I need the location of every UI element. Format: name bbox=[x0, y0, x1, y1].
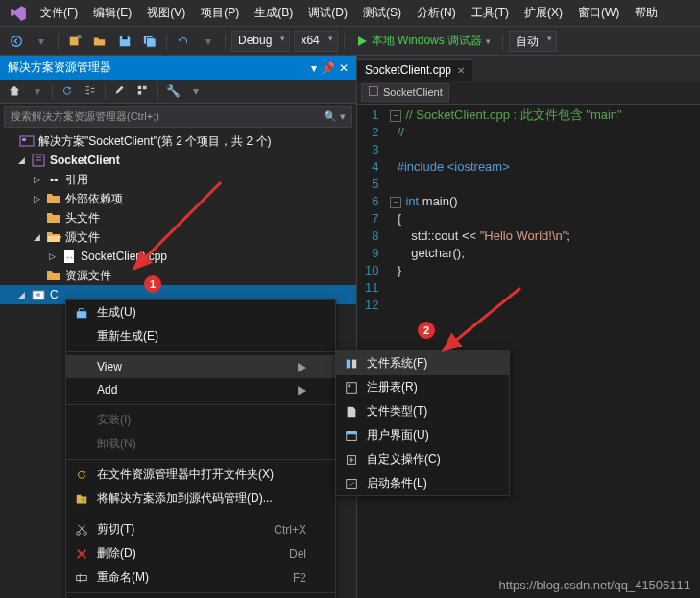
source-file-node[interactable]: ▷ ++ SocketClient.cpp bbox=[0, 247, 356, 266]
ctx-item[interactable]: 重新生成(E) bbox=[66, 324, 335, 348]
references-node[interactable]: ▷ ▪▪ 引用 bbox=[0, 170, 356, 189]
expander-icon[interactable]: ▷ bbox=[31, 175, 42, 184]
expander-icon[interactable]: ◢ bbox=[15, 290, 27, 299]
blank-icon bbox=[72, 437, 91, 452]
panel-dropdown-icon[interactable]: ▾ bbox=[311, 61, 317, 75]
search-input[interactable]: 搜索解决方案资源管理器(Ctrl+;) 🔍 ▾ bbox=[4, 106, 352, 128]
sources-node[interactable]: ◢ 源文件 bbox=[0, 227, 356, 247]
menu-project[interactable]: 项目(P) bbox=[193, 1, 247, 25]
menu-view[interactable]: 视图(V) bbox=[139, 1, 193, 25]
menu-separator bbox=[66, 351, 335, 352]
ctx-item[interactable]: 启动条件(L) bbox=[336, 471, 509, 495]
expander-icon[interactable]: ▷ bbox=[46, 251, 58, 261]
platform-combo[interactable]: x64 bbox=[294, 31, 337, 52]
menu-file[interactable]: 文件(F) bbox=[33, 1, 85, 25]
menu-edit[interactable]: 编辑(E) bbox=[85, 1, 139, 25]
play-icon bbox=[356, 36, 368, 47]
ctx-item[interactable]: Add▶ bbox=[66, 378, 335, 401]
ctx-item[interactable]: 生成(U) bbox=[66, 300, 335, 324]
svg-rect-2 bbox=[122, 36, 127, 39]
ctx-item: 卸载(N) bbox=[66, 432, 335, 456]
ctx-item[interactable]: 剪切(T)Ctrl+X bbox=[66, 517, 335, 541]
menu-analyze[interactable]: 分析(N) bbox=[409, 1, 464, 25]
ctx-item[interactable]: 文件系统(F) bbox=[336, 351, 509, 375]
home-icon[interactable] bbox=[4, 82, 25, 101]
nav-fwd-icon[interactable]: ▾ bbox=[31, 31, 52, 52]
nav-back-icon[interactable] bbox=[6, 31, 27, 52]
menu-help[interactable]: 帮助 bbox=[627, 1, 665, 25]
tab-active[interactable]: SocketClient.cpp ✕ bbox=[357, 59, 472, 81]
ctx-item[interactable]: 自定义操作(C) bbox=[336, 447, 509, 471]
headers-node[interactable]: 头文件 bbox=[0, 208, 356, 227]
sync-icon[interactable]: ▾ bbox=[27, 82, 48, 101]
properties-icon[interactable] bbox=[109, 82, 131, 101]
delete-icon bbox=[72, 546, 91, 562]
menu-separator bbox=[66, 514, 335, 514]
ctx-item[interactable]: 在文件资源管理器中打开文件夹(X) bbox=[66, 463, 335, 487]
expander-icon[interactable]: ▷ bbox=[31, 194, 42, 203]
svg-rect-19 bbox=[352, 359, 356, 368]
svg-rect-3 bbox=[138, 86, 142, 90]
undo-icon[interactable] bbox=[173, 31, 194, 52]
auto-combo[interactable]: 自动 bbox=[509, 31, 557, 52]
ctx-item[interactable]: 删除(D)Del bbox=[66, 541, 335, 565]
ctx-item[interactable]: 将解决方案添加到源代码管理(D)... bbox=[66, 487, 335, 511]
expander-icon[interactable]: ◢ bbox=[31, 232, 42, 242]
solution-node[interactable]: 解决方案"SocketClient"(第 2 个项目，共 2 个) bbox=[0, 132, 356, 151]
ctx-label: 生成(U) bbox=[97, 304, 136, 321]
more-icon[interactable]: ▾ bbox=[185, 82, 206, 101]
search-placeholder: 搜索解决方案资源管理器(Ctrl+;) bbox=[11, 109, 159, 124]
main-toolbar: ▾ ▾ Debug x64 本地 Windows 调试器 ▾ 自动 bbox=[0, 27, 700, 56]
show-all-icon[interactable] bbox=[133, 82, 154, 101]
svg-text:++: ++ bbox=[66, 254, 74, 260]
blank-icon bbox=[72, 359, 91, 374]
expander-icon[interactable]: ◢ bbox=[15, 155, 27, 165]
menu-test[interactable]: 测试(S) bbox=[355, 1, 409, 25]
run-button[interactable]: 本地 Windows 调试器 ▾ bbox=[350, 33, 496, 49]
ctx-item[interactable]: 重命名(M)F2 bbox=[66, 565, 335, 589]
menu-build[interactable]: 生成(B) bbox=[247, 1, 301, 25]
blank-icon bbox=[72, 329, 91, 345]
fold-icon[interactable]: − bbox=[390, 110, 401, 122]
svg-rect-21 bbox=[349, 384, 351, 387]
ctx-item[interactable]: 用户界面(U) bbox=[336, 423, 509, 447]
submenu-arrow-icon: ▶ bbox=[298, 383, 306, 396]
ctx-item[interactable]: 文件类型(T) bbox=[336, 399, 509, 423]
ctx-label: 重新生成(E) bbox=[97, 328, 158, 345]
ctx-item[interactable]: 注册表(R) bbox=[336, 375, 509, 399]
collapse-icon[interactable] bbox=[80, 82, 101, 101]
svg-rect-5 bbox=[138, 91, 142, 95]
separator bbox=[58, 33, 59, 50]
save-all-icon[interactable] bbox=[139, 31, 160, 52]
menu-extensions[interactable]: 扩展(X) bbox=[517, 1, 570, 25]
redo-icon[interactable]: ▾ bbox=[198, 31, 219, 52]
wrench-icon[interactable]: 🔧 bbox=[162, 82, 183, 101]
project-node[interactable]: ◢ SocketClient bbox=[0, 151, 356, 170]
ctx-item[interactable]: View▶ bbox=[66, 355, 335, 378]
folder-icon bbox=[46, 268, 61, 283]
nav-scope-combo[interactable]: SocketClient bbox=[361, 83, 449, 102]
nav-bar: SocketClient bbox=[357, 81, 700, 105]
config-combo[interactable]: Debug bbox=[231, 31, 290, 52]
code-editor[interactable]: 123456 789101112 −// SocketClient.cpp : … bbox=[357, 105, 700, 316]
refresh-icon[interactable] bbox=[57, 82, 78, 101]
external-node[interactable]: ▷ 外部依赖项 bbox=[0, 189, 356, 208]
ft-icon bbox=[342, 404, 361, 419]
pin-icon[interactable]: 📌 bbox=[321, 61, 335, 75]
menu-window[interactable]: 窗口(W) bbox=[570, 1, 627, 25]
save-icon[interactable] bbox=[114, 31, 135, 52]
solution-icon bbox=[19, 133, 35, 149]
ca-icon bbox=[342, 452, 361, 467]
close-tab-icon[interactable]: ✕ bbox=[457, 65, 465, 76]
menu-tools[interactable]: 工具(T) bbox=[464, 1, 517, 25]
fold-icon[interactable]: − bbox=[390, 197, 401, 208]
open-icon[interactable] bbox=[89, 31, 110, 52]
rename-icon bbox=[72, 570, 91, 586]
close-icon[interactable]: ✕ bbox=[339, 61, 349, 75]
new-project-icon[interactable] bbox=[64, 31, 85, 52]
ctx-label: 卸载(N) bbox=[97, 436, 136, 452]
ctx-label: 安装(I) bbox=[97, 412, 131, 428]
menu-debug[interactable]: 调试(D) bbox=[301, 1, 355, 25]
resources-node[interactable]: 资源文件 bbox=[0, 266, 356, 285]
scc-icon bbox=[72, 491, 91, 507]
